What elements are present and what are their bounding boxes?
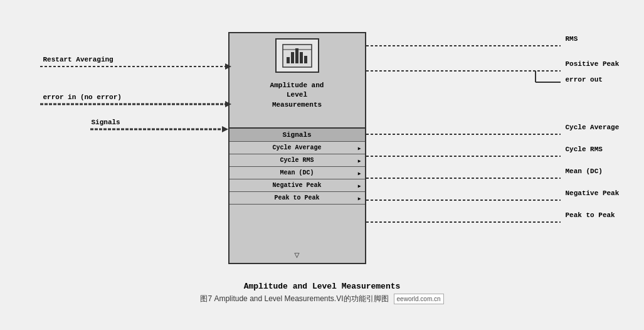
vi-icon-area [275, 38, 319, 73]
page-wrapper: Amplitude and Level Measurements Signals… [0, 0, 644, 330]
watermark: eeworld.com.cn [394, 294, 444, 304]
svg-rect-5 [304, 56, 307, 63]
positive-peak-connector [366, 65, 567, 83]
negative-peak-row: Negative Peak [230, 179, 365, 192]
svg-rect-1 [287, 57, 290, 63]
cycle-rms-row: Cycle RMS [230, 154, 365, 167]
caption-subtitle: 图7 Amplitude and Level Measurements.VI的功… [200, 294, 443, 304]
cycle-rms-out-label: Cycle RMS [566, 146, 603, 153]
signals-row: Signals [230, 127, 365, 142]
caption-text: 图7 Amplitude and Level Measurements.VI的功… [200, 294, 388, 304]
waveform-icon [282, 43, 313, 68]
caption-title: Amplitude and Level Measurements [200, 282, 443, 291]
diagram-area: Amplitude and Level Measurements Signals… [40, 26, 604, 277]
svg-rect-3 [295, 48, 298, 63]
svg-marker-12 [222, 126, 228, 132]
cycle-average-out-label: Cycle Average [566, 124, 620, 131]
cycle-average-row: Cycle Average [230, 142, 365, 154]
peak-to-peak-row: Peak to Peak [230, 192, 365, 205]
signals-section: Signals Cycle Average Cycle RMS Mean (DC… [230, 127, 365, 205]
svg-marker-10 [225, 101, 231, 107]
peak-to-peak-connector [366, 216, 567, 228]
error-out-label: error out [566, 76, 603, 83]
mean-dc-out-label: Mean (DC) [566, 168, 603, 175]
main-block: Amplitude and Level Measurements Signals… [228, 32, 366, 264]
signals-label: Signals [92, 119, 120, 126]
negative-peak-out-label: Negative Peak [566, 189, 620, 197]
block-title: Amplitude and Level Measurements [230, 78, 365, 112]
negative-peak-connector [366, 194, 567, 206]
cycle-rms-connector [366, 150, 567, 162]
caption-area: Amplitude and Level Measurements 图7 Ampl… [200, 282, 443, 304]
rms-connector [366, 40, 567, 52]
cycle-average-connector [366, 128, 567, 141]
svg-rect-2 [291, 52, 294, 63]
scroll-indicator: ▽ [294, 250, 299, 260]
rms-label: RMS [566, 35, 578, 43]
svg-marker-8 [225, 63, 231, 70]
peak-to-peak-out-label: Peak to Peak [566, 211, 615, 219]
mean-dc-row: Mean (DC) [230, 167, 365, 179]
mean-dc-connector [366, 172, 567, 184]
error-in-label: error in (no error) [43, 93, 122, 101]
positive-peak-label: Positive Peak [566, 60, 620, 68]
restart-averaging-label: Restart Averaging [43, 56, 113, 63]
svg-rect-4 [300, 52, 303, 63]
